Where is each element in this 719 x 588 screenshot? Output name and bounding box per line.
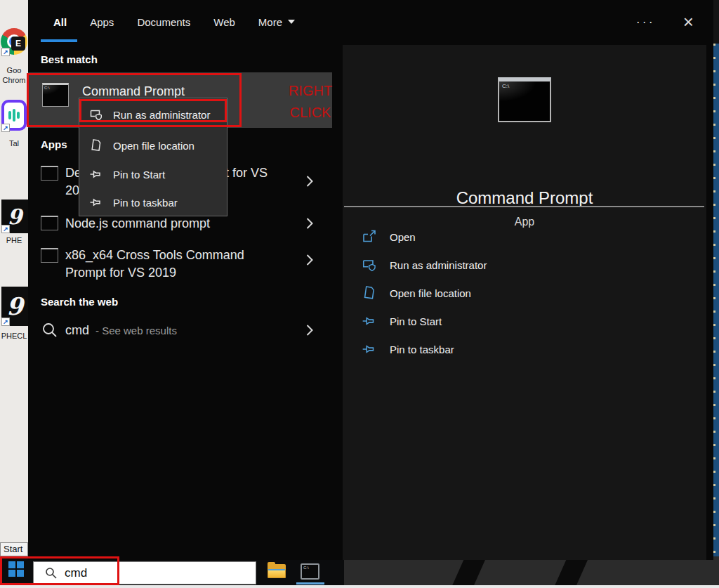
shortcut-arrow-icon: ↗: [1, 318, 10, 326]
cmd-taskbar-icon[interactable]: C:\: [301, 563, 319, 580]
panel-right-edge: [713, 0, 719, 44]
context-pin-to-start[interactable]: Pin to Start: [79, 162, 227, 187]
divider: [344, 206, 704, 207]
command-prompt-icon: [41, 216, 58, 230]
start-tooltip: Start: [0, 542, 28, 556]
context-open-file-location[interactable]: Open file location: [79, 133, 227, 158]
best-match-header: Best match: [41, 53, 98, 65]
chrome-label-2: Chrom: [0, 76, 28, 84]
web-query: cmd: [65, 322, 89, 339]
command-prompt-icon: [41, 166, 58, 181]
phe-label: PHE: [0, 236, 28, 244]
app-title: Node.js command prompt: [65, 215, 210, 233]
app-title-line2: Prompt for VS 2019: [65, 264, 176, 282]
preview-pane: C:\ Command Prompt App Open Run as admin…: [343, 45, 706, 560]
web-result-row[interactable]: cmd - See web results: [28, 320, 332, 342]
preview-action-label: Run as administrator: [390, 259, 487, 271]
shortcut-arrow-icon: ↗: [1, 225, 10, 233]
e-badge-icon: E: [11, 37, 25, 51]
folder-icon: [362, 285, 377, 301]
tab-apps[interactable]: Apps: [90, 16, 114, 28]
more-options-icon[interactable]: ···: [636, 18, 655, 25]
preview-action-label: Open: [390, 231, 416, 243]
preview-action-label: Open file location: [390, 287, 471, 299]
pin-icon: [89, 195, 103, 209]
context-item-label: Pin to taskbar: [113, 197, 178, 209]
pin-icon: [362, 313, 377, 329]
annotation-line2: CLICK: [282, 102, 338, 124]
preview-action-label: Pin to Start: [390, 315, 442, 327]
pin-icon: [89, 167, 103, 181]
command-prompt-icon: [41, 248, 58, 263]
shortcut-arrow-icon: ↗: [1, 124, 10, 132]
search-tabbar: All Apps Documents Web More: [28, 0, 713, 44]
chrome-label: Goo: [0, 66, 28, 74]
context-item-label: Open file location: [113, 140, 194, 152]
apps-header: Apps: [41, 138, 67, 150]
annotation-box-search: [0, 556, 119, 585]
preview-action-open[interactable]: Open: [343, 227, 706, 247]
app-row-nodejs[interactable]: Node.js command prompt: [28, 214, 332, 234]
annotation-right-click-text: RIGHT CLICK: [282, 80, 338, 124]
command-prompt-icon-large: C:\: [498, 77, 551, 122]
preview-action-label: Pin to taskbar: [390, 344, 454, 355]
folder-icon: [89, 138, 103, 152]
chevron-right-icon[interactable]: [305, 216, 314, 230]
tab-more-label: More: [258, 16, 282, 28]
annotation-line1: RIGHT: [282, 80, 338, 102]
active-tab-underline: [41, 39, 77, 42]
preview-action-open-file-location[interactable]: Open file location: [343, 283, 706, 303]
desktop: E ↗ Goo Chrom ↗ Tal 9 ↗ PHE 9 ↗ PHECL: [0, 0, 28, 555]
screen: E ↗ Goo Chrom ↗ Tal 9 ↗ PHE 9 ↗ PHECL: [0, 0, 719, 588]
preview-action-pin-to-taskbar[interactable]: Pin to taskbar: [343, 339, 706, 359]
search-icon: [41, 322, 58, 339]
preview-action-pin-to-start[interactable]: Pin to Start: [343, 311, 706, 331]
annotation-box-run-as-admin: [79, 99, 227, 122]
chevron-down-icon: [288, 20, 295, 24]
pin-icon: [362, 341, 377, 357]
preview-title: Command Prompt: [343, 188, 706, 208]
phecl-label: PHECL: [0, 332, 28, 340]
context-item-label: Pin to Start: [113, 169, 165, 181]
close-icon[interactable]: ×: [683, 13, 694, 31]
app-title-line1: x86_x64 Cross Tools Command: [65, 247, 244, 264]
context-pin-to-taskbar[interactable]: Pin to taskbar: [79, 190, 227, 215]
run-as-admin-icon: [362, 257, 377, 273]
background-window-sliver: [713, 44, 719, 556]
preview-action-run-as-administrator[interactable]: Run as administrator: [343, 255, 706, 275]
shortcut-arrow-icon: ↗: [1, 48, 10, 56]
tab-more[interactable]: More: [258, 16, 295, 28]
chevron-right-icon[interactable]: [305, 174, 314, 188]
chevron-right-icon[interactable]: [305, 323, 314, 337]
search-web-header: Search the web: [41, 296, 118, 308]
web-suffix: - See web results: [95, 325, 177, 337]
file-explorer-icon[interactable]: [268, 564, 286, 578]
open-icon: [362, 229, 377, 244]
tab-web[interactable]: Web: [213, 16, 235, 28]
cmd-active-indicator: [296, 582, 324, 584]
app-row-x86-x64[interactable]: x86_x64 Cross Tools Command Prompt for V…: [28, 245, 332, 283]
talk-label: Tal: [0, 139, 28, 148]
tab-all[interactable]: All: [53, 16, 67, 28]
screen-bottom-edge: [0, 585, 719, 588]
chevron-right-icon[interactable]: [305, 253, 314, 267]
tab-documents[interactable]: Documents: [137, 16, 190, 28]
